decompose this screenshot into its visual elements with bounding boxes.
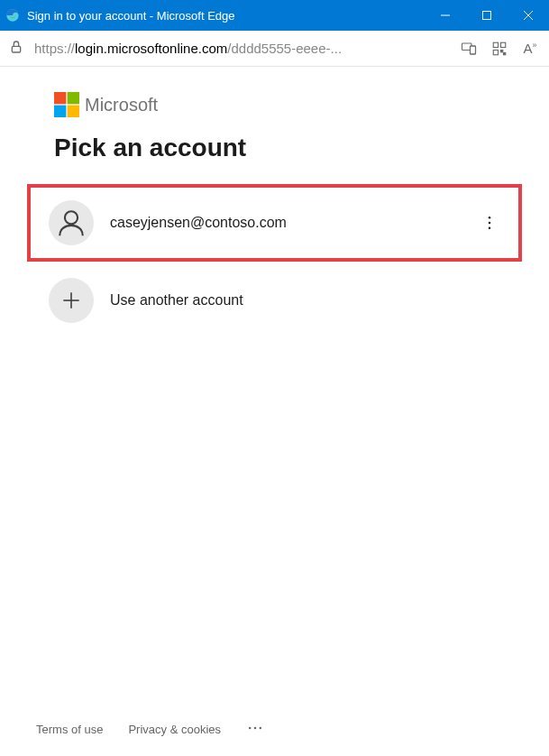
svg-point-25: [254, 727, 257, 730]
edge-browser-icon: [5, 8, 20, 23]
svg-rect-2: [483, 12, 491, 20]
svg-rect-14: [54, 92, 66, 104]
svg-point-18: [65, 211, 78, 224]
footer-more-button[interactable]: [246, 719, 264, 740]
person-icon: [56, 207, 87, 238]
svg-rect-7: [471, 46, 476, 54]
qr-code-icon[interactable]: [490, 41, 509, 57]
privacy-link[interactable]: Privacy & cookies: [128, 723, 221, 736]
svg-point-24: [249, 727, 252, 730]
svg-point-19: [489, 217, 491, 219]
microsoft-brand-text: Microsoft: [85, 95, 158, 115]
read-aloud-icon[interactable]: A»: [520, 41, 540, 56]
footer: Terms of use Privacy & cookies: [0, 703, 549, 756]
url-display[interactable]: https://login.microsoftonline.com/dddd55…: [34, 41, 448, 56]
main-content: Microsoft Pick an account caseyjensen@co…: [0, 67, 549, 703]
window-controls: [425, 0, 549, 31]
svg-point-20: [489, 222, 491, 225]
maximize-button[interactable]: [466, 0, 508, 31]
window-titlebar: Sign in to your account - Microsoft Edge: [0, 0, 549, 31]
plus-icon: [59, 289, 83, 312]
account-more-button[interactable]: [479, 214, 500, 232]
microsoft-header: Microsoft: [54, 92, 495, 117]
more-horizontal-icon: [246, 719, 264, 737]
use-another-account-button[interactable]: Use another account: [27, 262, 522, 339]
svg-rect-10: [501, 42, 506, 47]
lock-icon: [9, 40, 23, 58]
more-vertical-icon: [480, 214, 499, 232]
account-list: caseyjensen@contoso.com Use another acco…: [27, 184, 522, 339]
account-item[interactable]: caseyjensen@contoso.com: [27, 184, 522, 262]
svg-rect-16: [54, 106, 66, 117]
address-bar: https://login.microsoftonline.com/dddd55…: [0, 31, 549, 67]
page-title: Pick an account: [54, 134, 495, 162]
account-email: caseyjensen@contoso.com: [110, 215, 462, 231]
window-title: Sign in to your account - Microsoft Edge: [27, 9, 425, 23]
svg-point-26: [260, 727, 262, 730]
svg-rect-17: [68, 106, 79, 117]
minimize-button[interactable]: [425, 0, 466, 31]
svg-rect-12: [501, 50, 503, 51]
add-circle: [49, 278, 94, 323]
terms-link[interactable]: Terms of use: [36, 723, 103, 736]
svg-rect-9: [493, 42, 498, 47]
svg-rect-13: [504, 52, 506, 54]
use-another-label: Use another account: [110, 292, 500, 309]
svg-point-21: [489, 227, 491, 230]
svg-rect-15: [68, 92, 79, 104]
close-button[interactable]: [508, 0, 549, 31]
svg-rect-5: [12, 46, 20, 52]
devices-icon[interactable]: [459, 41, 479, 57]
microsoft-logo-icon: [54, 92, 79, 117]
avatar: [49, 200, 94, 245]
svg-rect-11: [493, 50, 498, 54]
